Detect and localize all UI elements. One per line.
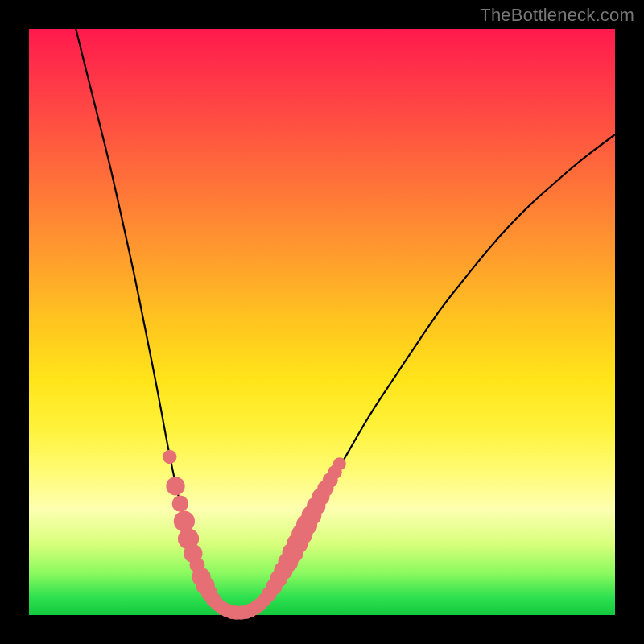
bottleneck-curve <box>76 29 615 613</box>
curve-bead <box>166 477 184 495</box>
chart-frame: TheBottleneck.com <box>0 0 644 644</box>
curve-bead <box>174 510 195 531</box>
curve-svg <box>29 29 615 615</box>
curve-bead <box>333 457 346 470</box>
plot-area <box>29 29 615 615</box>
curve-bead <box>172 495 188 511</box>
curve-bead <box>163 450 176 464</box>
watermark-text: TheBottleneck.com <box>480 5 634 26</box>
curve-beads <box>163 450 346 620</box>
